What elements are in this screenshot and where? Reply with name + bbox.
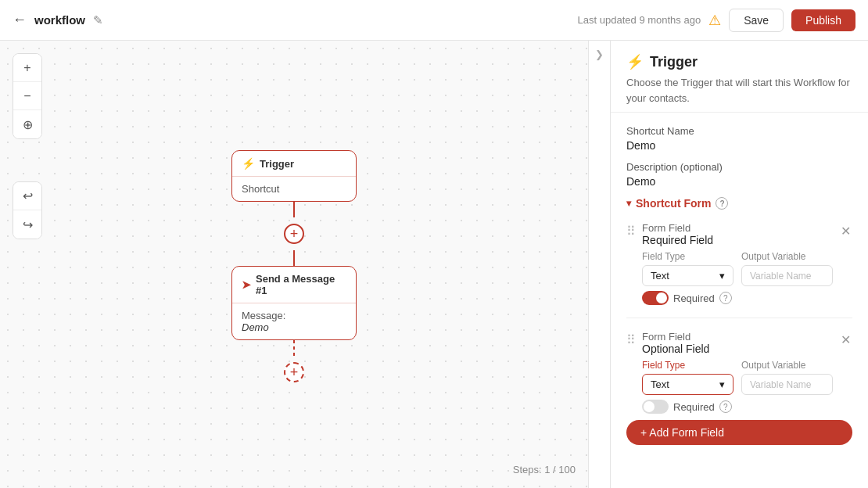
form-field-2-label: Form Field (642, 331, 690, 343)
shortcut-name-label: Shortcut Name (626, 125, 852, 137)
drag-icon-2[interactable]: ⠿ (626, 332, 636, 347)
topbar: ← workflow ✎ Last updated 9 months ago ⚠… (0, 0, 868, 41)
panel-title-text: Trigger (650, 54, 698, 70)
topbar-right: Last updated 9 months ago ⚠ Save Publish (578, 9, 855, 32)
main-layout: + − ⊕ ↩ ↪ ⚡ Trigger Shortcut + (0, 41, 868, 488)
form-field-1-var-label: Output Variable (741, 251, 833, 262)
form-field-2-required-toggle[interactable] (642, 400, 669, 414)
trigger-node[interactable]: ⚡ Trigger Shortcut (231, 150, 357, 202)
description-value: Demo (626, 175, 852, 188)
undo-redo-controls: ↩ ↪ (13, 181, 42, 239)
form-field-2-type-select[interactable]: Text ▾ (642, 374, 733, 395)
shortcut-form-help-icon[interactable]: ? (716, 197, 728, 210)
form-field-2-type-value: Text (651, 379, 669, 390)
page-title: workflow (34, 13, 85, 27)
description-label: Description (optional) (626, 161, 852, 173)
panel-content: Shortcut Name Demo Description (optional… (611, 113, 868, 222)
message-label: Message: (242, 310, 285, 321)
divider-1 (626, 318, 852, 318)
message-node-header: ➤ Send a Message #1 (232, 267, 356, 303)
form-field-1-header: Form Field (642, 222, 833, 234)
edit-title-button[interactable]: ✎ (93, 13, 103, 27)
panel-title: ⚡ Trigger (626, 53, 852, 70)
chevron-down-icon-2: ▾ (719, 379, 725, 390)
topbar-left: ← workflow ✎ (13, 12, 569, 28)
panel-collapse-button[interactable]: ❯ (588, 41, 610, 488)
last-updated-status: Last updated 9 months ago (578, 14, 701, 26)
shortcut-name-value: Demo (626, 139, 852, 152)
connector-2 (293, 250, 295, 266)
form-field-1-type-value: Text (651, 270, 669, 282)
form-field-2-close-button[interactable]: ✕ (839, 331, 852, 349)
form-field-2-required-help-icon[interactable]: ? (719, 400, 732, 413)
panel-title-icon: ⚡ (626, 53, 644, 70)
form-field-1-type-select[interactable]: Text ▾ (642, 265, 733, 286)
right-panel: ⚡ Trigger Choose the Trigger that will s… (610, 41, 868, 488)
publish-button[interactable]: Publish (791, 9, 855, 31)
form-field-2: ⠿ Form Field Optional Field Field Type T… (626, 331, 852, 414)
panel-header: ⚡ Trigger Choose the Trigger that will s… (611, 41, 868, 113)
form-field-2-header: Form Field (642, 331, 833, 343)
form-field-1-close-button[interactable]: ✕ (839, 222, 852, 240)
add-node-button-1[interactable]: + (284, 224, 304, 244)
back-button[interactable]: ← (13, 12, 27, 28)
add-form-field-button[interactable]: + Add Form Field (626, 420, 852, 445)
form-field-2-name: Optional Field (642, 343, 833, 355)
shortcut-name-field: Shortcut Name Demo (626, 125, 852, 152)
form-field-2-required-label: Required (673, 401, 715, 413)
form-field-2-var-col: Output Variable Variable Name (741, 360, 833, 395)
toggle-knob-1 (656, 292, 667, 303)
save-button[interactable]: Save (729, 9, 784, 32)
redo-button[interactable]: ↪ (13, 210, 41, 239)
trigger-node-icon: ⚡ (242, 157, 255, 170)
form-field-1-required-label: Required (673, 292, 715, 304)
form-field-2-type-row: Field Type Text ▾ Output Variable Variab… (642, 360, 833, 395)
form-field-1-var-input[interactable]: Variable Name (741, 265, 833, 286)
form-field-1-row: ⠿ Form Field Required Field Field Type T… (626, 222, 852, 305)
panel-description: Choose the Trigger that will start this … (626, 75, 852, 106)
form-field-1-required-row: Required ? (642, 291, 833, 305)
form-field-1-var-placeholder: Variable Name (750, 271, 811, 282)
form-field-2-row: ⠿ Form Field Optional Field Field Type T… (626, 331, 852, 414)
form-field-1-type-row: Field Type Text ▾ Output Variable Variab… (642, 251, 833, 286)
connector-3 (293, 340, 295, 356)
warning-icon: ⚠ (708, 12, 721, 29)
zoom-in-button[interactable]: + (13, 54, 41, 82)
drag-icon-1[interactable]: ⠿ (626, 224, 636, 239)
chevron-down-icon: ▾ (626, 198, 631, 209)
form-field-2-var-input[interactable]: Variable Name (741, 374, 833, 395)
form-field-1-type-col: Field Type Text ▾ (642, 251, 733, 286)
zoom-out-button[interactable]: − (13, 82, 41, 110)
form-field-1-var-col: Output Variable Variable Name (741, 251, 833, 286)
workflow-canvas[interactable]: + − ⊕ ↩ ↪ ⚡ Trigger Shortcut + (0, 41, 588, 488)
form-field-2-inner: Form Field Optional Field Field Type Tex… (642, 331, 833, 414)
steps-counter: Steps: 1 / 100 (513, 464, 576, 475)
fit-button[interactable]: ⊕ (13, 110, 41, 138)
message-node-icon: ➤ (242, 278, 251, 291)
connector-1 (293, 202, 295, 217)
message-node-body: Message: Demo (232, 303, 356, 339)
add-node-button-2[interactable]: + (284, 362, 304, 382)
form-field-2-var-placeholder: Variable Name (750, 379, 811, 390)
zoom-controls: + − ⊕ (13, 53, 42, 139)
toggle-knob-2 (644, 401, 655, 412)
trigger-node-shortcut: Shortcut (242, 183, 279, 195)
undo-button[interactable]: ↩ (13, 182, 41, 210)
form-field-1-required-help-icon[interactable]: ? (719, 292, 732, 304)
form-field-2-var-label: Output Variable (741, 360, 833, 371)
shortcut-form-section-header[interactable]: ▾ Shortcut Form ? (626, 197, 852, 210)
chevron-down-icon-1: ▾ (719, 270, 725, 282)
message-node[interactable]: ➤ Send a Message #1 Message: Demo (231, 266, 357, 340)
trigger-node-title: Trigger (260, 158, 294, 170)
message-value: Demo (242, 321, 269, 333)
shortcut-form-label: Shortcut Form (636, 197, 711, 210)
collapse-icon: ❯ (595, 48, 604, 60)
form-field-1-inner: Form Field Required Field Field Type Tex… (642, 222, 833, 305)
form-field-2-type-col: Field Type Text ▾ (642, 360, 733, 395)
form-field-1-required-toggle[interactable] (642, 291, 669, 305)
form-field-1-name: Required Field (642, 234, 833, 246)
form-fields-container: ⠿ Form Field Required Field Field Type T… (611, 222, 868, 414)
form-field-2-required-row: Required ? (642, 400, 833, 414)
form-field-1: ⠿ Form Field Required Field Field Type T… (626, 222, 852, 305)
form-field-1-type-label: Field Type (642, 251, 733, 262)
